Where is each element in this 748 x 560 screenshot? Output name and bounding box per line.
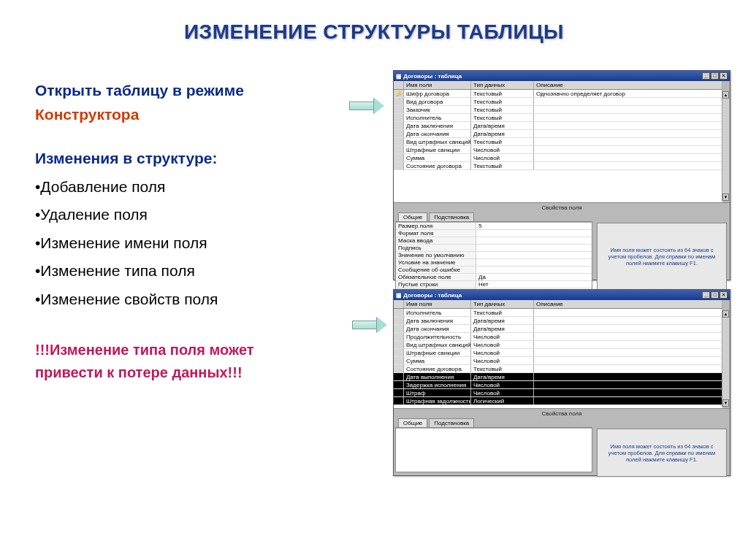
field-name-cell[interactable]: Вид договора: [404, 98, 471, 105]
field-name-cell[interactable]: Состояние договора: [404, 365, 471, 372]
row-selector[interactable]: [394, 122, 404, 129]
scrollbar[interactable]: ▲ ▼: [722, 91, 729, 201]
row-selector[interactable]: [394, 90, 404, 97]
field-type-cell[interactable]: Текстовый: [471, 90, 534, 97]
field-name-cell[interactable]: Вид штрафных санкций: [404, 138, 471, 145]
field-type-cell[interactable]: Текстовый: [471, 309, 534, 316]
field-type-cell[interactable]: Числовой: [471, 146, 534, 153]
field-type-cell[interactable]: Дата/время: [471, 317, 534, 324]
field-name-cell[interactable]: Штрафные санкции: [404, 146, 471, 153]
tab-lookup[interactable]: Подстановка: [429, 212, 474, 221]
row-selector[interactable]: [394, 114, 404, 121]
field-desc-cell[interactable]: [534, 325, 722, 332]
field-desc-cell[interactable]: [534, 98, 722, 105]
table-row[interactable]: Вид штрафных санкцийТекстовый: [394, 138, 722, 146]
field-desc-cell[interactable]: [534, 397, 722, 404]
scroll-down-icon[interactable]: ▼: [722, 193, 729, 201]
field-desc-cell[interactable]: [534, 373, 722, 380]
table-row[interactable]: Дата заключенияДата/время: [394, 122, 722, 130]
table-row[interactable]: ШтрафЧисловой: [394, 389, 722, 397]
table-row[interactable]: Вид договораТекстовый: [394, 98, 722, 106]
field-type-cell[interactable]: Текстовый: [471, 98, 534, 105]
field-desc-cell[interactable]: [534, 349, 722, 356]
field-desc-cell[interactable]: [534, 317, 722, 324]
field-name-cell[interactable]: Дата заключения: [404, 122, 471, 129]
table-row[interactable]: Шифр договораТекстовыйОднозначно определ…: [394, 90, 722, 98]
table-row[interactable]: Задержка исполненияЧисловой: [394, 381, 722, 389]
row-selector[interactable]: [394, 309, 404, 316]
scrollbar[interactable]: ▲ ▼: [722, 310, 729, 407]
field-desc-cell[interactable]: [534, 365, 722, 372]
row-selector[interactable]: [394, 341, 404, 348]
field-name-cell[interactable]: Состояние договора: [404, 162, 471, 169]
table-row[interactable]: ИсполнительТекстовый: [394, 309, 722, 317]
field-desc-cell[interactable]: [534, 162, 722, 169]
table-row[interactable]: Штрафные санкцииЧисловой: [394, 349, 722, 357]
prop-value[interactable]: [476, 230, 592, 237]
row-selector[interactable]: [394, 146, 404, 153]
row-selector[interactable]: [394, 106, 404, 113]
tab-lookup[interactable]: Подстановка: [429, 418, 474, 427]
props-grid[interactable]: [396, 428, 592, 472]
table-row[interactable]: Штрафные санкцииЧисловой: [394, 146, 722, 154]
field-name-cell[interactable]: Задержка исполнения: [404, 381, 471, 388]
prop-value[interactable]: [476, 245, 592, 251]
prop-value[interactable]: Нет: [476, 281, 592, 288]
table-row[interactable]: Состояние договораТекстовый: [394, 162, 722, 170]
field-name-cell[interactable]: Заказчик: [404, 106, 471, 113]
field-name-cell[interactable]: Сумма: [404, 154, 471, 161]
minimize-button[interactable]: _: [702, 72, 710, 80]
field-desc-cell[interactable]: [534, 106, 722, 113]
row-selector[interactable]: [394, 162, 404, 169]
field-name-cell[interactable]: Штраф: [404, 389, 471, 396]
property-row[interactable]: Формат поля: [396, 230, 592, 237]
row-selector[interactable]: [394, 381, 404, 388]
field-desc-cell[interactable]: [534, 138, 722, 145]
field-desc-cell[interactable]: [534, 130, 722, 137]
table-row[interactable]: Дата окончанияДата/время: [394, 130, 722, 138]
field-desc-cell[interactable]: [534, 381, 722, 388]
table-row[interactable]: Дата окончанияДата/время: [394, 325, 722, 333]
col-name[interactable]: Имя поля: [404, 81, 471, 89]
table-row[interactable]: СуммаЧисловой: [394, 154, 722, 162]
row-selector[interactable]: [394, 154, 404, 161]
col-name[interactable]: Имя поля: [404, 300, 471, 308]
row-selector[interactable]: [394, 98, 404, 105]
field-name-cell[interactable]: Исполнитель: [404, 309, 471, 316]
titlebar[interactable]: ▦ Договоры : таблица _ □ ×: [394, 71, 730, 81]
row-selector[interactable]: [394, 349, 404, 356]
field-desc-cell[interactable]: [534, 146, 722, 153]
tab-general[interactable]: Общие: [398, 418, 427, 427]
table-row[interactable]: ИсполнительТекстовый: [394, 114, 722, 122]
grid-body[interactable]: Шифр договораТекстовыйОднозначно определ…: [394, 90, 722, 170]
field-name-cell[interactable]: Шифр договора: [404, 90, 471, 97]
field-type-cell[interactable]: Числовой: [471, 349, 534, 356]
field-desc-cell[interactable]: [534, 341, 722, 348]
row-selector[interactable]: [394, 130, 404, 137]
property-row[interactable]: Пустые строкиНет: [396, 281, 592, 288]
field-type-cell[interactable]: Дата/время: [471, 373, 534, 380]
property-row[interactable]: Маска ввода: [396, 237, 592, 245]
row-selector[interactable]: [394, 397, 404, 404]
table-row[interactable]: Состояние договораТекстовый: [394, 365, 722, 373]
maximize-button[interactable]: □: [711, 72, 719, 80]
property-row[interactable]: Размер поля5: [396, 223, 592, 230]
field-type-cell[interactable]: Числовой: [471, 333, 534, 340]
field-name-cell[interactable]: Исполнитель: [404, 114, 471, 121]
table-row[interactable]: Дата заключенияДата/время: [394, 317, 722, 325]
field-desc-cell[interactable]: [534, 114, 722, 121]
close-button[interactable]: ×: [720, 72, 728, 80]
maximize-button[interactable]: □: [711, 291, 719, 299]
field-desc-cell[interactable]: [534, 309, 722, 316]
table-row[interactable]: СуммаЧисловой: [394, 357, 722, 365]
col-type[interactable]: Тип данных: [471, 300, 534, 308]
field-desc-cell[interactable]: [534, 389, 722, 396]
prop-value[interactable]: Да: [476, 274, 592, 280]
field-desc-cell[interactable]: [534, 357, 722, 364]
property-row[interactable]: Обязательное полеДа: [396, 274, 592, 281]
row-selector[interactable]: [394, 373, 404, 380]
titlebar[interactable]: ▦ Договоры : таблица _ □ ×: [394, 290, 730, 300]
field-name-cell[interactable]: Дата окончания: [404, 130, 471, 137]
field-type-cell[interactable]: Текстовый: [471, 114, 534, 121]
field-name-cell[interactable]: Дата выполнения: [404, 373, 471, 380]
